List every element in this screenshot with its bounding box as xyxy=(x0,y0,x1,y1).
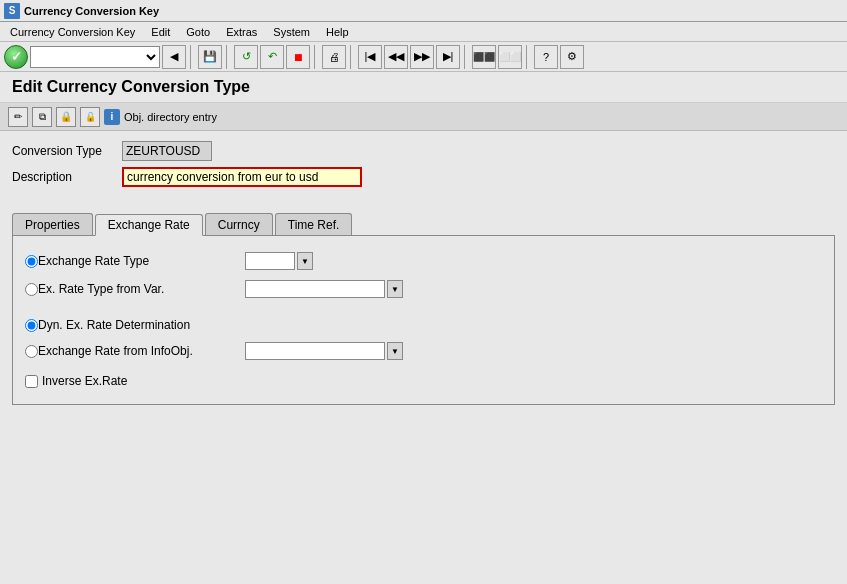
title-bar-text: Currency Conversion Key xyxy=(24,5,159,17)
lock-button[interactable]: 🔒 xyxy=(56,107,76,127)
prev-button[interactable]: ◀◀ xyxy=(384,45,408,69)
menu-currency-conversion-key[interactable]: Currency Conversion Key xyxy=(2,24,143,40)
last-icon: ▶| xyxy=(443,50,454,63)
stop-button[interactable]: ⏹ xyxy=(286,45,310,69)
tab-exchange-rate[interactable]: Exchange Rate xyxy=(95,214,203,236)
tab-content-exchange-rate: Exchange Rate Type ▼ Ex. Rate Type from … xyxy=(12,235,835,405)
ex-rate-infoobj-btn[interactable]: ▼ xyxy=(387,342,403,360)
separator-6 xyxy=(526,45,530,69)
help-button[interactable]: ? xyxy=(534,45,558,69)
exchange-rate-type-label: Exchange Rate Type xyxy=(38,254,149,268)
refresh-button[interactable]: ↺ xyxy=(234,45,258,69)
ex-rate-var-field[interactable] xyxy=(245,280,385,298)
conversion-type-input[interactable] xyxy=(122,141,212,161)
settings-button[interactable]: ⚙ xyxy=(560,45,584,69)
menu-help[interactable]: Help xyxy=(318,24,357,40)
confirm-button[interactable]: ✓ xyxy=(4,45,28,69)
inverse-ex-rate-label: Inverse Ex.Rate xyxy=(42,374,127,388)
description-input[interactable] xyxy=(122,167,362,187)
refresh-icon: ↺ xyxy=(242,50,251,63)
pencil-icon: ✏ xyxy=(14,111,22,122)
exchange-rate-type-radio[interactable] xyxy=(25,255,38,268)
ex-rate-var-row: Ex. Rate Type from Var. ▼ xyxy=(25,280,822,298)
collapse-button[interactable]: ⬜⬜ xyxy=(498,45,522,69)
tabs-container: Properties Exchange Rate Currncy Time Re… xyxy=(0,213,847,405)
dropdown-icon-2: ▼ xyxy=(391,285,399,294)
prev-icon: ◀◀ xyxy=(388,50,404,63)
separator-2 xyxy=(226,45,230,69)
pencil-button[interactable]: ✏ xyxy=(8,107,28,127)
info-icon: i xyxy=(111,111,114,122)
menu-goto[interactable]: Goto xyxy=(178,24,218,40)
conversion-type-row: Conversion Type xyxy=(12,141,835,161)
dropdown-icon-1: ▼ xyxy=(301,257,309,266)
ex-rate-var-radio[interactable] xyxy=(25,283,38,296)
tab-time-ref[interactable]: Time Ref. xyxy=(275,213,353,235)
unlock-button[interactable]: 🔓 xyxy=(80,107,100,127)
tab-properties[interactable]: Properties xyxy=(12,213,93,235)
conversion-type-label: Conversion Type xyxy=(12,144,122,158)
last-button[interactable]: ▶| xyxy=(436,45,460,69)
exchange-rate-type-btn[interactable]: ▼ xyxy=(297,252,313,270)
exchange-rate-type-field[interactable] xyxy=(245,252,295,270)
copy-icon: ⧉ xyxy=(39,111,46,123)
obj-toolbar: ✏ ⧉ 🔒 🔓 i Obj. directory entry xyxy=(0,103,847,131)
ex-rate-var-btn[interactable]: ▼ xyxy=(387,280,403,298)
menu-edit[interactable]: Edit xyxy=(143,24,178,40)
unlock-icon: 🔓 xyxy=(85,112,96,122)
first-icon: |◀ xyxy=(365,50,376,63)
dyn-ex-rate-label: Dyn. Ex. Rate Determination xyxy=(38,318,190,332)
back-button[interactable]: ↶ xyxy=(260,45,284,69)
dyn-ex-rate-radio[interactable] xyxy=(25,319,38,332)
app-icon: S xyxy=(4,3,20,19)
copy-button[interactable]: ⧉ xyxy=(32,107,52,127)
command-field[interactable] xyxy=(30,46,160,68)
separator-1 xyxy=(190,45,194,69)
info-button[interactable]: i xyxy=(104,109,120,125)
section-gap-1 xyxy=(25,308,822,318)
inverse-ex-rate-row: Inverse Ex.Rate xyxy=(25,374,822,388)
ex-rate-infoobj-label: Exchange Rate from InfoObj. xyxy=(38,344,193,358)
nav-back-button[interactable]: ◀ xyxy=(162,45,186,69)
tab-currency[interactable]: Currncy xyxy=(205,213,273,235)
description-row: Description xyxy=(12,167,835,187)
obj-directory-label[interactable]: Obj. directory entry xyxy=(124,111,217,123)
nav-back-icon: ◀ xyxy=(170,50,178,63)
print-button[interactable]: 🖨 xyxy=(322,45,346,69)
menu-extras[interactable]: Extras xyxy=(218,24,265,40)
ex-rate-infoobj-field[interactable] xyxy=(245,342,385,360)
ex-rate-infoobj-row: Exchange Rate from InfoObj. ▼ xyxy=(25,342,822,360)
dropdown-icon-3: ▼ xyxy=(391,347,399,356)
separator-4 xyxy=(350,45,354,69)
expand-icon: ⬛⬛ xyxy=(473,52,495,62)
checkmark-icon: ✓ xyxy=(11,49,22,64)
collapse-icon: ⬜⬜ xyxy=(499,52,521,62)
back-icon: ↶ xyxy=(268,50,277,63)
tabs-row: Properties Exchange Rate Currncy Time Re… xyxy=(12,213,835,235)
separator-5 xyxy=(464,45,468,69)
lock-icon: 🔒 xyxy=(60,111,72,122)
save-icon: 💾 xyxy=(203,50,217,63)
toolbar: ✓ ◀ 💾 ↺ ↶ ⏹ 🖨 |◀ ◀◀ ▶▶ ▶| ⬛⬛ ⬜⬜ ? ⚙ xyxy=(0,42,847,72)
expand-button[interactable]: ⬛⬛ xyxy=(472,45,496,69)
dyn-ex-rate-row: Dyn. Ex. Rate Determination xyxy=(25,318,822,332)
title-bar: S Currency Conversion Key xyxy=(0,0,847,22)
menu-system[interactable]: System xyxy=(265,24,318,40)
form-area: Conversion Type Description xyxy=(0,131,847,203)
help-icon: ? xyxy=(543,51,549,63)
page-title: Edit Currency Conversion Type xyxy=(12,78,835,96)
inverse-ex-rate-checkbox[interactable] xyxy=(25,375,38,388)
first-button[interactable]: |◀ xyxy=(358,45,382,69)
save-button[interactable]: 💾 xyxy=(198,45,222,69)
page-header: Edit Currency Conversion Type xyxy=(0,72,847,103)
ex-rate-infoobj-radio[interactable] xyxy=(25,345,38,358)
stop-icon: ⏹ xyxy=(293,51,304,63)
next-button2[interactable]: ▶▶ xyxy=(410,45,434,69)
separator-3 xyxy=(314,45,318,69)
exchange-rate-type-row: Exchange Rate Type ▼ xyxy=(25,252,822,270)
next-icon2: ▶▶ xyxy=(414,50,430,63)
menu-bar: Currency Conversion Key Edit Goto Extras… xyxy=(0,22,847,42)
ex-rate-var-label: Ex. Rate Type from Var. xyxy=(38,282,164,296)
settings-icon: ⚙ xyxy=(567,50,577,63)
description-label: Description xyxy=(12,170,122,184)
